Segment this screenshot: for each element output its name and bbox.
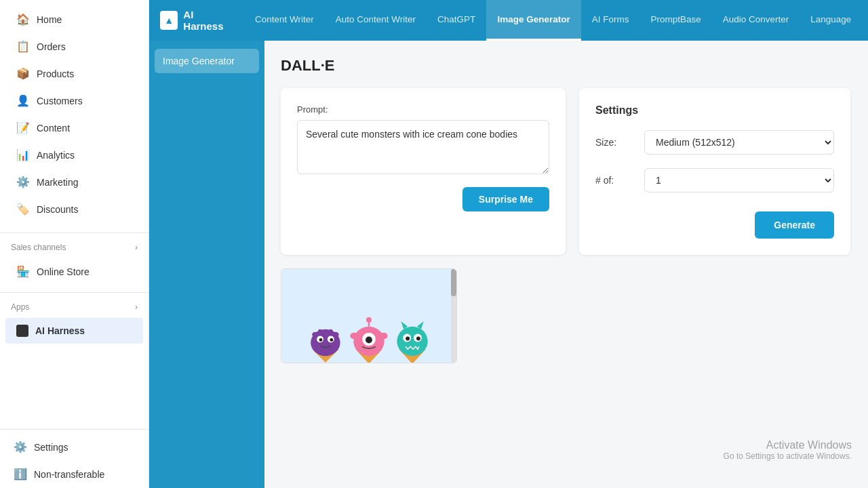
sub-sidebar-item-label: Image Generator	[163, 56, 235, 66]
sub-sidebar-item-image-generator[interactable]: Image Generator	[155, 49, 259, 73]
tab-accounts[interactable]: Accounts	[862, 0, 868, 41]
sidebar-item-ai-harness-label: AI Harness	[35, 325, 85, 336]
monsters-preview-image	[281, 269, 456, 363]
marketing-icon: ⚙️	[16, 176, 30, 188]
tab-content-writer[interactable]: Content Writer	[244, 0, 325, 41]
prompt-card: Prompt: Surprise Me	[281, 88, 566, 255]
sidebar-item-marketing[interactable]: ⚙️ Marketing	[5, 169, 143, 195]
settings-title: Settings	[595, 104, 834, 117]
sales-channels-section[interactable]: Sales channels ›	[0, 237, 149, 255]
top-navigation: ▲ AI Harness Content Writer Auto Content…	[149, 0, 868, 41]
svg-point-6	[330, 338, 333, 342]
sidebar-item-orders[interactable]: 📋 Orders	[5, 33, 143, 60]
sidebar-item-settings-label: Settings	[34, 442, 68, 453]
sidebar-item-home[interactable]: 🏠 Home	[5, 6, 143, 33]
cards-row: Prompt: Surprise Me Settings Size: Small…	[281, 88, 852, 255]
products-icon: 📦	[16, 67, 30, 80]
settings-icon: ⚙️	[14, 441, 27, 453]
svg-point-5	[319, 338, 323, 342]
activate-windows-subtitle: Go to Settings to activate Windows.	[724, 451, 852, 461]
svg-point-10	[329, 329, 333, 333]
brand-icon-text: ▲	[164, 15, 174, 26]
sidebar-item-content-label: Content	[37, 123, 70, 134]
content-icon: 📝	[16, 121, 30, 134]
count-select[interactable]: 1 2 3 4 5	[644, 168, 834, 192]
tab-ai-forms[interactable]: AI Forms	[581, 0, 640, 41]
preview-scrollbar-thumb	[451, 269, 456, 296]
sidebar: 🏠 Home 📋 Orders 📦 Products 👤 Customers 📝…	[0, 0, 149, 488]
page-title: DALL·E	[281, 57, 852, 75]
main-area: ▲ AI Harness Content Writer Auto Content…	[149, 0, 868, 488]
svg-point-8	[318, 329, 322, 333]
svg-point-18	[366, 317, 372, 323]
brand: ▲ AI Harness	[149, 0, 244, 41]
info-icon: ℹ️	[14, 468, 27, 481]
sidebar-item-analytics[interactable]: 📊 Analytics	[5, 142, 143, 168]
customers-icon: 👤	[16, 94, 30, 107]
brand-label: AI Harness	[183, 9, 233, 32]
ai-harness-icon	[16, 325, 28, 337]
sub-sidebar: Image Generator	[149, 41, 264, 488]
sidebar-item-analytics-label: Analytics	[37, 150, 75, 161]
sidebar-item-orders-label: Orders	[37, 41, 66, 52]
sidebar-item-non-transferable[interactable]: ℹ️ Non-transferable	[3, 461, 146, 487]
tab-auto-content-writer[interactable]: Auto Content Writer	[325, 0, 427, 41]
preview-scrollbar[interactable]	[451, 269, 456, 363]
sidebar-item-marketing-label: Marketing	[37, 177, 78, 188]
page-content: DALL·E Prompt: Surprise Me Settings Size…	[264, 41, 868, 488]
svg-point-11	[312, 332, 319, 338]
size-label: Size:	[595, 137, 636, 148]
brand-icon: ▲	[160, 11, 178, 30]
sidebar-item-content[interactable]: 📝 Content	[5, 115, 143, 141]
apps-section-label: Apps	[11, 302, 29, 312]
svg-point-20	[380, 333, 388, 340]
sidebar-item-ai-harness[interactable]: AI Harness	[5, 318, 143, 344]
prompt-textarea[interactable]	[297, 120, 549, 174]
svg-point-12	[332, 332, 339, 338]
settings-card: Settings Size: Small (256x256) Medium (5…	[579, 88, 850, 255]
nav-tabs: Content Writer Auto Content Writer ChatG…	[244, 0, 868, 41]
tab-audio-converter[interactable]: Audio Converter	[712, 0, 800, 41]
apps-chevron-icon: ›	[135, 302, 138, 312]
generate-button[interactable]: Generate	[755, 211, 834, 239]
tab-promptbase[interactable]: PromptBase	[639, 0, 711, 41]
sidebar-item-discounts-label: Discounts	[37, 204, 78, 215]
sidebar-item-customers[interactable]: 👤 Customers	[5, 87, 143, 114]
svg-point-16	[366, 337, 372, 344]
orders-icon: 📋	[16, 40, 30, 53]
content-area: Image Generator DALL·E Prompt: Surprise …	[149, 41, 868, 488]
surprise-me-button[interactable]: Surprise Me	[462, 187, 549, 211]
sidebar-item-customers-label: Customers	[37, 96, 83, 106]
sidebar-item-products-label: Products	[37, 68, 74, 79]
apps-section[interactable]: Apps ›	[0, 297, 149, 314]
sidebar-item-products[interactable]: 📦 Products	[5, 60, 143, 87]
online-store-icon: 🏪	[16, 265, 30, 278]
sidebar-item-home-label: Home	[37, 14, 62, 25]
analytics-icon: 📊	[16, 148, 30, 161]
size-select[interactable]: Small (256x256) Medium (512x512) Large (…	[644, 130, 834, 155]
tab-language[interactable]: Language	[800, 0, 862, 41]
sidebar-item-online-store[interactable]: 🏪 Online Store	[5, 258, 143, 285]
discounts-icon: 🏷️	[16, 203, 30, 216]
prompt-label: Prompt:	[297, 104, 549, 115]
activate-windows-notice: Activate Windows Go to Settings to activ…	[724, 439, 852, 461]
sidebar-item-non-transferable-label: Non-transferable	[34, 469, 104, 480]
activate-windows-title: Activate Windows	[724, 439, 852, 451]
svg-point-25	[406, 337, 410, 341]
tab-chatgpt[interactable]: ChatGPT	[427, 0, 486, 41]
sidebar-item-online-store-label: Online Store	[37, 266, 90, 277]
svg-point-19	[350, 333, 358, 340]
svg-point-22	[397, 327, 427, 356]
svg-point-26	[416, 337, 420, 341]
sidebar-item-settings[interactable]: ⚙️ Settings	[3, 434, 146, 460]
home-icon: 🏠	[16, 13, 30, 26]
sales-channels-chevron-icon: ›	[135, 243, 138, 252]
sidebar-item-discounts[interactable]: 🏷️ Discounts	[5, 196, 143, 222]
image-preview-area	[281, 268, 457, 363]
sales-channels-label: Sales channels	[11, 243, 66, 252]
settings-size-row: Size: Small (256x256) Medium (512x512) L…	[595, 130, 834, 155]
settings-count-row: # of: 1 2 3 4 5	[595, 168, 834, 192]
count-label: # of:	[595, 175, 636, 186]
tab-image-generator[interactable]: Image Generator	[486, 0, 580, 41]
